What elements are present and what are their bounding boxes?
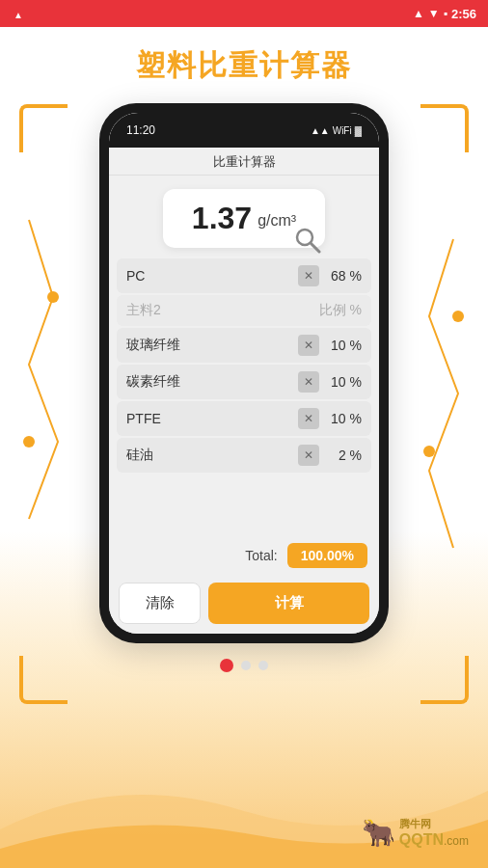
material-percent-silicone: 2 % [325, 448, 362, 463]
corner-bracket-br [420, 656, 469, 704]
svg-point-0 [47, 291, 59, 303]
material-name-placeholder: 主料2 [126, 302, 313, 319]
material-row-ptfe: PTFE ✕ 10 % [117, 401, 371, 436]
delete-icon-ptfe: ✕ [304, 412, 313, 425]
clear-button[interactable]: 清除 [119, 583, 201, 624]
battery-icon: ▪ [444, 7, 447, 20]
material-row-silicone: 硅油 ✕ 2 % [117, 438, 371, 473]
material-name-ptfe: PTFE [126, 411, 292, 426]
status-bar-left: ▲ [14, 5, 23, 22]
material-percent-placeholder: 比例 % [319, 302, 362, 319]
phone-status-bar: 11:20 ▲▲ WiFi ▓ [109, 113, 379, 148]
page-title: 塑料比重计算器 [136, 46, 352, 86]
material-name-glass: 玻璃纤维 [126, 337, 292, 354]
delete-btn-carbon[interactable]: ✕ [298, 371, 319, 393]
signal-icon: ▲ [413, 7, 424, 20]
logo-label: 腾牛网 [399, 817, 469, 831]
corner-bracket-bl [19, 656, 68, 704]
result-display: 1.37 g/cm³ [109, 176, 379, 258]
corner-bracket-tr [420, 104, 469, 152]
status-bar: ▲ ▲ ▼ ▪ 2:56 [0, 0, 488, 27]
delete-icon-silicone: ✕ [304, 448, 313, 462]
main-content: 塑料比重计算器 11:20 ▲▲ WiFi ▓ 比重计算器 1.37 g/cm [0, 27, 488, 868]
svg-line-5 [311, 243, 319, 252]
delete-btn-glass[interactable]: ✕ [298, 335, 319, 356]
delete-icon-pc: ✕ [304, 269, 313, 283]
material-row-glass: 玻璃纤维 ✕ 10 % [117, 328, 371, 363]
svg-point-2 [452, 311, 464, 322]
app-title: 比重计算器 [213, 154, 276, 169]
result-value: 1.37 [192, 201, 252, 236]
phone-status-icons: ▲▲ WiFi ▓ [311, 125, 362, 136]
delete-icon-glass: ✕ [304, 339, 313, 352]
wifi-icon: ▼ [428, 7, 440, 20]
delete-btn-ptfe[interactable]: ✕ [298, 408, 319, 429]
status-time: 2:56 [451, 7, 476, 21]
result-unit: g/cm³ [258, 212, 296, 230]
delete-btn-silicone[interactable]: ✕ [298, 445, 319, 466]
material-percent-pc: 68 % [325, 268, 362, 284]
pagination-dots [220, 659, 268, 672]
materials-list: PC ✕ 68 % 主料2 比例 % 玻璃纤维 ✕ [109, 258, 379, 536]
pagination-dot-1[interactable] [220, 659, 233, 672]
pagination-dot-3[interactable] [258, 661, 268, 670]
phone-time: 11:20 [126, 123, 155, 137]
logo-icon: 🐂 [362, 817, 395, 849]
material-row-pc: PC ✕ 68 % [117, 258, 371, 293]
magnifier-icon [294, 227, 321, 254]
material-percent-carbon: 10 % [325, 374, 362, 390]
material-percent-ptfe: 10 % [325, 411, 362, 426]
action-buttons: 清除 计算 [109, 575, 379, 634]
logo-main-text: QQTN [399, 831, 444, 849]
logo-sub-text: .com [444, 834, 469, 848]
phone-signal-icon: ▲▲ [311, 125, 330, 136]
svg-point-1 [23, 436, 35, 448]
phone-mockup: 11:20 ▲▲ WiFi ▓ 比重计算器 1.37 g/cm³ [99, 103, 389, 643]
material-percent-glass: 10 % [325, 338, 362, 353]
material-name-carbon: 碳素纤维 [126, 373, 292, 391]
material-name-pc: PC [126, 268, 292, 284]
total-row: Total: 100.00% [109, 536, 379, 575]
delete-icon-carbon: ✕ [304, 375, 313, 389]
bottom-logo: 🐂 腾牛网 QQTN .com [362, 817, 469, 849]
material-row-placeholder[interactable]: 主料2 比例 % [117, 295, 371, 326]
calculate-button[interactable]: 计算 [208, 583, 369, 624]
pagination-dot-2[interactable] [241, 661, 251, 670]
bottom-wave [0, 752, 488, 868]
phone-wifi-icon: WiFi [333, 125, 352, 136]
phone-battery-icon: ▓ [355, 125, 362, 136]
app-header: 比重计算器 [109, 148, 379, 176]
corner-bracket-tl [19, 104, 68, 152]
total-value: 100.00% [287, 543, 367, 568]
status-bar-icons: ▲ ▼ ▪ 2:56 [413, 7, 476, 21]
total-label: Total: [245, 548, 277, 563]
material-name-silicone: 硅油 [126, 447, 292, 464]
delete-btn-pc[interactable]: ✕ [298, 265, 319, 286]
phone-screen: 11:20 ▲▲ WiFi ▓ 比重计算器 1.37 g/cm³ [109, 113, 379, 634]
material-row-carbon: 碳素纤维 ✕ 10 % [117, 365, 371, 399]
svg-point-3 [423, 446, 435, 457]
